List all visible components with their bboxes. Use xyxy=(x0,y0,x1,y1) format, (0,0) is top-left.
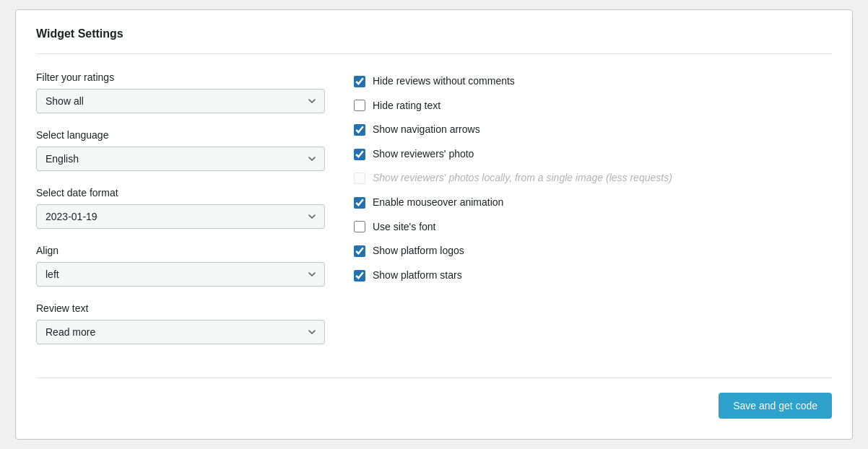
show-photos-locally-checkbox xyxy=(354,173,365,184)
filter-label: Filter your ratings xyxy=(36,71,325,83)
show-platform-stars-label: Show platform stars xyxy=(373,269,462,283)
checkbox-show-reviewers-photo: Show reviewers' photo xyxy=(354,147,832,162)
checkbox-show-nav-arrows: Show navigation arrows xyxy=(354,123,832,137)
show-reviewers-photo-label: Show reviewers' photo xyxy=(373,147,474,162)
checkbox-use-sites-font: Use site's font xyxy=(354,220,832,235)
widget-settings-container: Widget Settings Filter your ratings Show… xyxy=(15,9,853,440)
checkbox-hide-rating-text: Hide rating text xyxy=(354,99,832,113)
save-button[interactable]: Save and get code xyxy=(719,393,832,419)
language-label: Select language xyxy=(36,129,325,141)
show-platform-logos-label: Show platform logos xyxy=(373,244,464,258)
checkbox-show-platform-stars: Show platform stars xyxy=(354,269,832,283)
align-group: Align left center right xyxy=(36,245,325,287)
review-text-select[interactable]: Read more Show full Truncate xyxy=(36,320,325,344)
language-group: Select language English French German Sp… xyxy=(36,129,325,171)
checkbox-show-platform-logos: Show platform logos xyxy=(354,244,832,258)
enable-mouseover-checkbox[interactable] xyxy=(354,197,365,209)
review-text-group: Review text Read more Show full Truncate xyxy=(36,302,325,344)
show-photos-locally-label: Show reviewers' photos locally, from a s… xyxy=(373,171,672,186)
checkbox-show-photos-locally: Show reviewers' photos locally, from a s… xyxy=(354,171,832,186)
hide-rating-text-label: Hide rating text xyxy=(373,99,440,113)
use-sites-font-label: Use site's font xyxy=(373,220,436,235)
show-nav-arrows-checkbox[interactable] xyxy=(354,124,365,136)
show-platform-logos-checkbox[interactable] xyxy=(354,245,365,257)
checkbox-enable-mouseover: Enable mouseover animation xyxy=(354,196,832,210)
bottom-divider xyxy=(36,378,832,378)
show-nav-arrows-label: Show navigation arrows xyxy=(373,123,480,137)
date-label: Select date format xyxy=(36,187,325,199)
review-text-label: Review text xyxy=(36,302,325,314)
align-label: Align xyxy=(36,245,325,256)
enable-mouseover-label: Enable mouseover animation xyxy=(373,196,503,210)
right-column: Hide reviews without comments Hide ratin… xyxy=(354,71,832,360)
hide-reviews-label: Hide reviews without comments xyxy=(373,74,515,89)
align-select[interactable]: left center right xyxy=(36,262,325,287)
use-sites-font-checkbox[interactable] xyxy=(354,221,365,232)
filter-select[interactable]: Show all 5 stars 4 stars 3 stars 2 stars… xyxy=(36,89,325,113)
date-select[interactable]: 2023-01-19 01/19/2023 19/01/2023 January… xyxy=(36,204,325,229)
widget-title: Widget Settings xyxy=(36,27,832,40)
checkbox-hide-reviews: Hide reviews without comments xyxy=(354,74,832,89)
footer-area: Save and get code xyxy=(36,393,832,419)
left-column: Filter your ratings Show all 5 stars 4 s… xyxy=(36,71,325,360)
date-group: Select date format 2023-01-19 01/19/2023… xyxy=(36,187,325,229)
hide-reviews-checkbox[interactable] xyxy=(354,76,365,87)
hide-rating-text-checkbox[interactable] xyxy=(354,100,365,111)
content-area: Filter your ratings Show all 5 stars 4 s… xyxy=(36,71,832,360)
filter-group: Filter your ratings Show all 5 stars 4 s… xyxy=(36,71,325,113)
top-divider xyxy=(36,53,832,54)
show-reviewers-photo-checkbox[interactable] xyxy=(354,149,365,160)
show-platform-stars-checkbox[interactable] xyxy=(354,270,365,282)
language-select[interactable]: English French German Spanish xyxy=(36,147,325,171)
